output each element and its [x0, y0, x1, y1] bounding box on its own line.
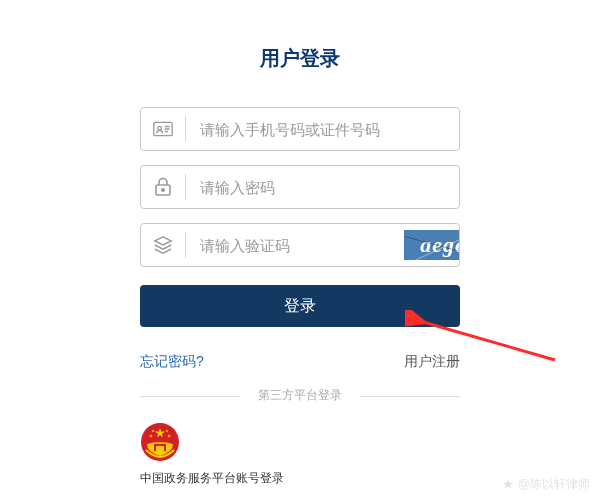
captcha-image[interactable]: aege: [404, 230, 460, 260]
svg-point-10: [150, 435, 153, 438]
third-party-divider: 第三方平台登录: [140, 387, 460, 404]
captcha-input-group: aege: [140, 223, 460, 267]
gov-login-label[interactable]: 中国政务服务平台账号登录: [140, 470, 284, 487]
password-input-group: [140, 165, 460, 209]
id-card-icon: [141, 107, 185, 151]
layers-icon: [141, 223, 185, 267]
register-link[interactable]: 用户注册: [404, 353, 460, 371]
svg-point-6: [162, 189, 165, 192]
svg-point-13: [166, 430, 168, 432]
login-title: 用户登录: [140, 45, 460, 72]
national-emblem-icon[interactable]: [140, 422, 180, 462]
third-party-section: 中国政务服务平台账号登录: [140, 422, 460, 487]
captcha-input[interactable]: [186, 224, 404, 266]
lock-icon: [141, 165, 185, 209]
svg-point-11: [168, 435, 171, 438]
account-input[interactable]: [186, 108, 459, 150]
svg-point-1: [158, 126, 162, 130]
account-input-group: [140, 107, 460, 151]
links-row: 忘记密码? 用户注册: [140, 353, 460, 371]
password-input[interactable]: [186, 166, 459, 208]
login-container: 用户登录: [140, 0, 460, 487]
forgot-password-link[interactable]: 忘记密码?: [140, 353, 204, 371]
svg-rect-15: [156, 446, 164, 451]
login-button[interactable]: 登录: [140, 285, 460, 327]
third-party-label: 第三方平台登录: [258, 388, 342, 402]
svg-point-12: [152, 430, 154, 432]
watermark: ★ @陈以轩律师: [502, 476, 590, 493]
